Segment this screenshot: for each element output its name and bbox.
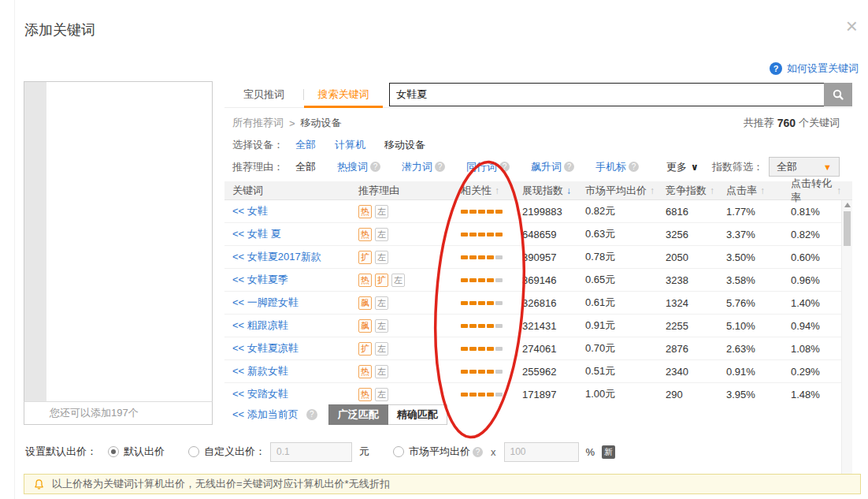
avg-bid-cell: 0.78元 — [577, 250, 658, 264]
sort-arrow-icon[interactable]: ↑ — [760, 185, 765, 196]
custom-bid-unit: 元 — [359, 445, 369, 459]
relevance-cell — [453, 255, 514, 259]
scroll-up-icon[interactable] — [844, 203, 851, 207]
add-current-page-link[interactable]: << 添加当前页 — [232, 408, 299, 422]
ctr-cell: 2.63% — [718, 343, 783, 355]
keyword-link[interactable]: << 粗跟凉鞋 — [232, 318, 288, 333]
cvr-cell: 0.82% — [783, 229, 841, 240]
relevance-bar-segment — [478, 210, 485, 214]
close-icon[interactable]: × — [846, 16, 858, 36]
help-icon[interactable]: ? — [564, 162, 574, 172]
page-title: 添加关键词 — [24, 20, 95, 39]
custom-bid-input[interactable] — [270, 442, 352, 462]
tab-bar: 宝贝推词 搜索关键词 — [224, 81, 852, 108]
default-bid-option[interactable]: 默认出价 — [108, 445, 165, 459]
column-header-0: 关键词 — [224, 184, 351, 198]
device-option-0[interactable]: 全部 — [295, 138, 316, 152]
keyword-link[interactable]: << 安踏女鞋 — [232, 387, 288, 401]
cvr-cell: 0.81% — [783, 206, 841, 218]
index-filter-dropdown[interactable]: 全部 ▼ — [769, 157, 840, 177]
ctr-cell: 5.76% — [718, 297, 783, 309]
impressions-cell: 648659 — [514, 229, 577, 240]
reason-option-1[interactable]: 热搜词? — [337, 160, 380, 174]
more-button[interactable]: 更多 ∨ — [666, 160, 699, 174]
reason-badge: 热 — [358, 205, 372, 218]
reason-badge: 左 — [375, 388, 388, 401]
table-row: << 女鞋夏2017新款扩左3909570.78元20503.50%0.60% — [224, 246, 852, 269]
help-icon[interactable]: ? — [306, 409, 317, 420]
search-button[interactable] — [824, 83, 852, 106]
broad-match-button[interactable]: 广泛匹配 — [328, 404, 388, 425]
keyword-recommend-panel: 宝贝推词 搜索关键词 所有推荐词 > 移动设备 共推荐 760 个关键词 — [224, 81, 852, 426]
default-bid-label: 默认出价 — [124, 445, 165, 459]
help-icon[interactable]: ? — [370, 162, 380, 172]
sort-arrow-icon[interactable]: ↓ — [566, 185, 571, 196]
cvr-cell: 0.96% — [783, 274, 841, 286]
help-icon[interactable]: ? — [629, 162, 639, 172]
keyword-link[interactable]: << 女鞋 夏 — [232, 227, 280, 241]
custom-bid-option[interactable]: 自定义出价： — [188, 445, 265, 459]
relevance-bar-segment — [469, 301, 477, 305]
ctr-cell: 1.77% — [718, 206, 783, 218]
keyword-cell: << 新款女鞋 — [224, 364, 351, 378]
competition-cell: 2340 — [658, 366, 718, 378]
market-bid-radio[interactable] — [393, 446, 404, 457]
keyword-link[interactable]: << 女鞋夏2017新款 — [232, 250, 321, 264]
reason-badge: 左 — [375, 319, 388, 333]
reason-option-4[interactable]: 飙升词? — [531, 160, 574, 174]
relevance-bar-segment — [487, 370, 494, 374]
default-bid-radio[interactable] — [108, 446, 119, 457]
relevance-bar-segment — [487, 393, 494, 397]
keyword-link[interactable]: << 女鞋 — [232, 204, 268, 218]
sort-arrow-icon[interactable]: ↑ — [495, 185, 499, 196]
column-header-5[interactable]: 竞争指数↑ — [658, 184, 718, 198]
column-header-1: 推荐理由 — [351, 184, 453, 198]
keyword-link[interactable]: << 女鞋夏凉鞋 — [232, 341, 299, 356]
table-scrollbar[interactable] — [841, 200, 852, 483]
reason-option-3[interactable]: 同行词? — [466, 160, 510, 174]
reason-option-2[interactable]: 潜力词? — [402, 160, 445, 174]
market-bid-help-icon[interactable]: ? — [473, 447, 483, 457]
keyword-link[interactable]: << 女鞋夏季 — [232, 273, 288, 287]
help-link[interactable]: ? 如何设置关键词 — [770, 61, 859, 76]
relevance-bar-segment — [487, 347, 494, 351]
device-option-2[interactable]: 移动设备 — [384, 138, 425, 152]
chevron-down-icon: ∨ — [691, 162, 699, 173]
price-notice-bar: 以上价格为关键词计算机出价，无线出价=关键词对应计算机出价*无线折扣 — [24, 474, 861, 494]
exact-match-button[interactable]: 精确匹配 — [388, 404, 447, 425]
column-header-2[interactable]: 相关性↑ — [453, 184, 514, 198]
column-header-6[interactable]: 点击率↑ — [718, 184, 783, 198]
column-header-4[interactable]: 市场平均出价↑ — [577, 184, 658, 198]
keyword-cell: << 女鞋夏2017新款 — [224, 250, 351, 264]
sort-arrow-icon[interactable]: ↑ — [710, 185, 714, 196]
ctr-cell: 3.50% — [718, 251, 783, 263]
breadcrumb-root[interactable]: 所有推荐词 — [232, 116, 284, 130]
sort-arrow-icon[interactable]: ↑ — [836, 185, 841, 196]
relevance-bar-segment — [461, 210, 468, 214]
reason-option-0[interactable]: 全部 — [295, 160, 316, 174]
sort-arrow-icon[interactable]: ↑ — [650, 185, 655, 196]
device-option-1[interactable]: 计算机 — [335, 138, 365, 152]
add-keywords-modal: 添加关键词 × ? 如何设置关键词 您还可以添加197个 宝贝推词 搜索关键词 … — [0, 0, 868, 499]
help-icon[interactable]: ? — [499, 162, 510, 172]
column-header-label: 竞争指数 — [666, 184, 707, 198]
reason-option-5[interactable]: 手机标? — [595, 160, 639, 174]
reason-options: 全部热搜词?潜力词?同行词?飙升词?手机标? — [295, 160, 660, 174]
help-icon[interactable]: ? — [435, 162, 445, 172]
market-bid-option[interactable]: 市场平均出价 — [393, 445, 470, 459]
device-filter-label: 选择设备： — [232, 138, 295, 152]
scrollbar-thumb[interactable] — [844, 211, 851, 246]
relevance-bar-segment — [487, 278, 494, 282]
keyword-link[interactable]: << 新款女鞋 — [232, 364, 288, 378]
column-header-3[interactable]: 展现指数↓ — [514, 184, 577, 198]
relevance-bar-segment — [469, 393, 477, 397]
ctr-cell: 3.95% — [718, 389, 783, 400]
tab-search-keywords[interactable]: 搜索关键词 — [304, 81, 383, 108]
keyword-link[interactable]: << 一脚蹬女鞋 — [232, 296, 299, 310]
search-input[interactable] — [389, 83, 824, 106]
tab-item-recommend[interactable]: 宝贝推词 — [224, 81, 303, 108]
reason-cell: 热左 — [351, 365, 453, 378]
device-option-label: 全部 — [295, 138, 316, 152]
custom-bid-radio[interactable] — [188, 446, 199, 457]
market-percent-input[interactable] — [504, 442, 579, 462]
